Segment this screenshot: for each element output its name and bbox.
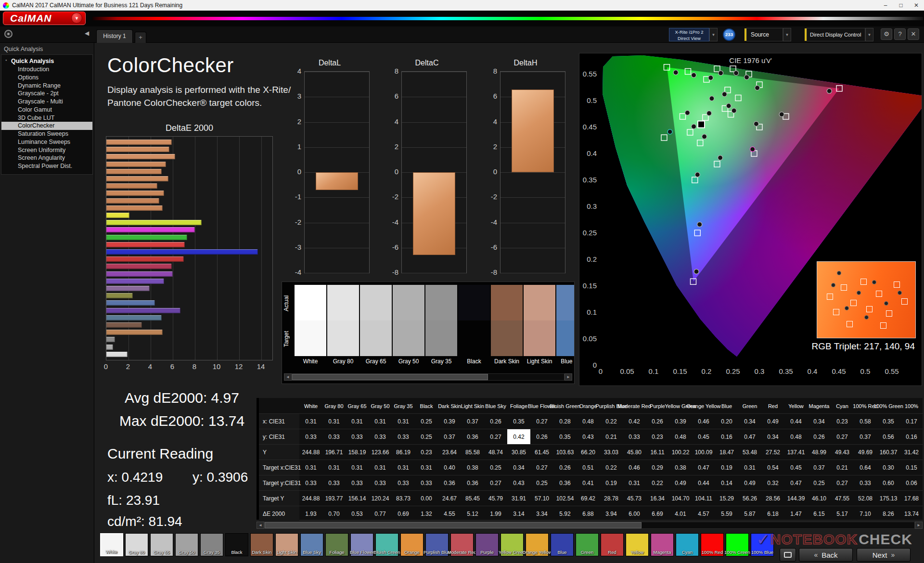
table-cell[interactable]: 4.57 [692,506,715,521]
table-cell[interactable]: 0.33 [369,429,392,444]
bottom-swatch-foliage[interactable]: Foliage [325,533,348,556]
table-cell[interactable]: 0.38 [461,460,484,475]
table-cell[interactable]: 57.10 [530,490,553,506]
table-cell[interactable]: 0.23 [415,444,438,460]
table-cell[interactable]: 69.42 [577,490,600,506]
patch-swatch-blue-sky[interactable]: Blue Sky [556,285,575,368]
sidebar-item-spectral-power-dist[interactable]: Spectral Power Dist. [1,162,92,170]
table-cell[interactable]: 0.15 [900,460,923,475]
table-cell[interactable]: 23.64 [438,444,461,460]
table-cell[interactable]: 104.11 [692,490,715,506]
logo-dropdown-icon[interactable]: ▼ [71,13,82,24]
strip-scrollbar[interactable]: ◄ ► [284,373,572,381]
table-cell[interactable]: 0.33 [299,429,322,444]
table-cell[interactable]: 0.44 [692,475,715,490]
table-cell[interactable]: 5.92 [553,506,577,521]
table-cell[interactable]: 196.71 [322,444,346,460]
sidebar-item-colorchecker[interactable]: ColorChecker [1,122,92,130]
table-cell[interactable]: 0.36 [438,475,461,490]
table-cell[interactable]: 0.31 [322,413,346,429]
table-cell[interactable]: 0.49 [669,475,692,490]
bottom-swatch-blue-sky[interactable]: Blue Sky [300,533,323,556]
bottom-swatch-gray-35[interactable]: Gray 35 [200,533,223,556]
table-cell[interactable]: 85.58 [461,444,484,460]
table-cell[interactable]: 0.47 [784,475,808,490]
table-cell[interactable]: 0.46 [623,460,646,475]
table-cell[interactable]: 0.44 [784,413,808,429]
sidebar-item-options[interactable]: Options [1,74,92,82]
table-cell[interactable]: 0.49 [738,475,761,490]
source-caret-icon[interactable]: ▼ [783,28,791,41]
table-cell[interactable]: 48.74 [484,444,507,460]
table-cell[interactable]: 0.25 [530,475,553,490]
bottom-swatch-orange[interactable]: Orange [400,533,424,556]
table-cell[interactable]: 0.31 [299,413,322,429]
table-cell[interactable]: 0.17 [900,413,923,429]
table-cell[interactable]: 85.45 [461,490,484,506]
table-cell[interactable]: 0.33 [623,429,646,444]
table-cell[interactable]: 0.16 [715,429,738,444]
bottom-swatch-cyan[interactable]: Cyan [676,533,699,556]
table-cell[interactable]: 24.67 [438,490,461,506]
bottom-swatch-yellow[interactable]: Yellow [626,533,649,556]
table-cell[interactable]: 0.54 [761,460,784,475]
bottom-swatch-light-skin[interactable]: Light Skin [275,533,298,556]
table-cell[interactable]: 0.42 [507,429,530,444]
table-cell[interactable]: 0.25 [415,429,438,444]
table-cell[interactable]: 0.35 [507,413,530,429]
table-cell[interactable]: 0.27 [831,475,854,490]
patch-swatch-white[interactable]: White [295,285,326,368]
maximize-button[interactable]: □ [893,0,909,11]
table-cell[interactable]: 0.31 [738,460,761,475]
table-cell[interactable]: 0.41 [577,475,600,490]
table-cell[interactable]: 0.48 [784,429,808,444]
table-cell[interactable]: 0.21 [831,460,854,475]
table-cell[interactable]: 3.34 [530,506,553,521]
patch-swatch-gray-65[interactable]: Gray 65 [360,285,392,368]
table-cell[interactable]: 0.77 [369,506,392,521]
sidebar-item-screen-angularity[interactable]: Screen Angularity [1,154,92,162]
table-cell[interactable]: 31.91 [507,490,530,506]
sidebar-item-introduction[interactable]: Introduction [1,65,92,74]
table-cell[interactable]: 4.01 [669,506,692,521]
bottom-swatch-red[interactable]: Red [601,533,624,556]
table-cell[interactable]: 5.87 [738,506,761,521]
table-cell[interactable]: 0.32 [761,475,784,490]
display-mode-button[interactable] [780,548,796,562]
table-cell[interactable]: 0.36 [461,429,484,444]
table-cell[interactable]: 144.39 [784,490,808,506]
table-cell[interactable]: 6.18 [761,506,784,521]
table-cell[interactable]: 0.27 [530,460,553,475]
table-cell[interactable]: 0.31 [392,413,415,429]
table-cell[interactable]: 28.78 [600,490,623,506]
source-selector[interactable]: Source [746,28,783,41]
bottom-swatch-gray-65[interactable]: Gray 65 [150,533,173,556]
table-cell[interactable]: 0.27 [484,475,507,490]
table-cell[interactable]: 0.51 [577,460,600,475]
table-cell[interactable]: 16.11 [646,444,669,460]
table-cell[interactable]: 0.43 [577,429,600,444]
table-cell[interactable]: 6.00 [623,506,646,521]
table-cell[interactable]: 16.34 [646,490,669,506]
table-cell[interactable]: 0.33 [392,429,415,444]
sidebar-item-saturation-sweeps[interactable]: Saturation Sweeps [1,130,92,138]
table-cell[interactable]: 6.88 [577,506,600,521]
table-cell[interactable]: 120.24 [369,490,392,506]
table-cell[interactable]: 0.25 [484,460,507,475]
bottom-swatch-100-red[interactable]: 100% Red [701,533,724,556]
table-cell[interactable]: 0.33 [322,475,346,490]
table-cell[interactable]: 0.14 [715,475,738,490]
table-cell[interactable]: 0.31 [369,460,392,475]
table-cell[interactable]: 0.58 [854,413,877,429]
sidebar-item-grayscale-2pt[interactable]: Grayscale - 2pt [1,90,92,98]
table-cell[interactable]: 48.99 [808,444,831,460]
table-cell[interactable]: 3.94 [600,506,623,521]
table-cell[interactable]: 6.15 [808,506,831,521]
table-cell[interactable]: 0.48 [577,413,600,429]
table-cell[interactable]: 7.10 [854,506,877,521]
table-cell[interactable]: 0.25 [415,413,438,429]
table-cell[interactable]: 1.93 [299,506,322,521]
table-cell[interactable]: 0.33 [392,475,415,490]
table-cell[interactable]: 0.33 [415,475,438,490]
table-cell[interactable]: 0.26 [808,429,831,444]
